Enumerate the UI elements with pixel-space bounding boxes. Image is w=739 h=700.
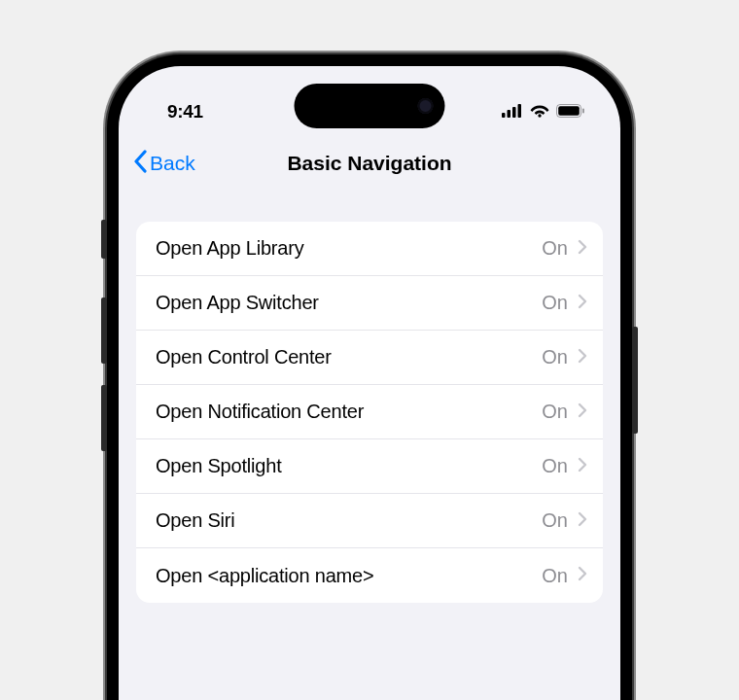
screen: 9:41 <box>119 66 620 700</box>
silent-switch <box>101 220 107 259</box>
row-label: Open App Library <box>156 237 303 260</box>
power-button <box>632 327 638 434</box>
cellular-icon <box>502 101 523 122</box>
row-value: On <box>542 401 568 423</box>
row-label: Open Spotlight <box>156 455 282 477</box>
chevron-right-icon <box>578 566 587 585</box>
row-open-application-name[interactable]: Open <application name> On <box>136 548 603 603</box>
chevron-right-icon <box>578 239 587 259</box>
dynamic-island <box>295 84 445 128</box>
row-label: Open <application name> <box>156 565 373 587</box>
svg-rect-3 <box>518 104 522 118</box>
row-open-spotlight[interactable]: Open Spotlight On <box>136 439 603 494</box>
volume-down-button <box>101 385 107 451</box>
row-open-control-center[interactable]: Open Control Center On <box>136 331 603 385</box>
status-indicators <box>502 101 585 122</box>
svg-rect-0 <box>502 113 506 118</box>
row-value: On <box>542 346 568 368</box>
row-value: On <box>542 237 568 260</box>
volume-up-button <box>101 298 107 364</box>
row-open-notification-center[interactable]: Open Notification Center On <box>136 385 603 439</box>
row-open-app-library[interactable]: Open App Library On <box>136 222 603 276</box>
battery-icon <box>556 101 585 122</box>
svg-rect-2 <box>512 107 516 118</box>
chevron-right-icon <box>578 294 587 313</box>
chevron-right-icon <box>578 457 587 476</box>
chevron-right-icon <box>578 511 587 531</box>
page-title: Basic Navigation <box>136 152 603 175</box>
chevron-left-icon <box>132 150 148 178</box>
front-camera <box>418 98 434 114</box>
phone-frame: 9:41 <box>107 54 632 700</box>
back-button[interactable]: Back <box>132 150 195 178</box>
svg-rect-6 <box>558 106 580 116</box>
chevron-right-icon <box>578 402 587 422</box>
row-label: Open Control Center <box>156 346 332 368</box>
row-value: On <box>542 455 568 477</box>
settings-list: Open App Library On Open App Switcher On <box>136 222 603 603</box>
row-label: Open Notification Center <box>156 401 364 423</box>
wifi-icon <box>530 101 549 122</box>
row-open-app-switcher[interactable]: Open App Switcher On <box>136 276 603 331</box>
svg-rect-1 <box>508 110 511 118</box>
row-value: On <box>542 509 568 532</box>
row-label: Open App Switcher <box>156 292 319 314</box>
row-value: On <box>542 565 568 587</box>
row-label: Open Siri <box>156 509 235 532</box>
navigation-bar: Back Basic Navigation <box>119 134 620 192</box>
row-value: On <box>542 292 568 314</box>
svg-point-4 <box>538 114 541 117</box>
back-label: Back <box>150 152 195 175</box>
status-time: 9:41 <box>167 101 203 122</box>
chevron-right-icon <box>578 348 587 368</box>
svg-rect-7 <box>582 109 584 114</box>
row-open-siri[interactable]: Open Siri On <box>136 494 603 548</box>
